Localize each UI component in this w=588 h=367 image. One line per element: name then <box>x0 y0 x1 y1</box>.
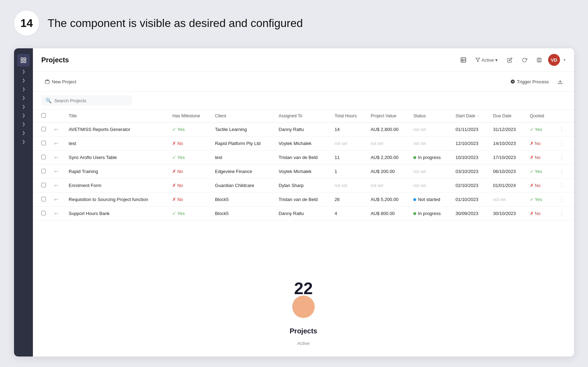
row-checkbox[interactable] <box>41 211 46 215</box>
col-due-date[interactable]: Due Date <box>489 110 526 123</box>
milestone-no: ✗ No <box>172 169 206 174</box>
row-startdate-cell: 01/11/2023 <box>451 123 489 137</box>
col-total-hours[interactable]: Total Hours <box>330 110 366 123</box>
sidebar-chevron-8[interactable]: ❯ <box>14 129 33 137</box>
row-value-cell: AU$ 2,200.00 <box>366 151 409 165</box>
export-btn[interactable] <box>554 76 566 87</box>
status-badge: In progress <box>413 211 441 216</box>
row-checkbox-cell[interactable] <box>33 207 50 221</box>
row-more-btn[interactable]: ⋮ <box>557 168 567 174</box>
row-checkbox-cell[interactable] <box>33 151 50 165</box>
table-row: ↩ test ✗ No Rapid Platform Pty Ltd Voyte… <box>33 137 574 151</box>
row-more-cell[interactable]: ⋮ <box>553 207 574 221</box>
row-checkbox-cell[interactable] <box>33 179 50 193</box>
sidebar-chevron-3[interactable]: ❯ <box>14 85 33 93</box>
row-title-cell[interactable]: Sync Aroflo Users Table <box>64 151 168 165</box>
sidebar-chevron-2[interactable]: ❯ <box>14 77 33 84</box>
row-title-cell[interactable]: test <box>64 137 168 151</box>
row-value-cell: AU$ 200.00 <box>366 165 409 179</box>
total-hours: 1 <box>335 169 337 174</box>
row-more-cell[interactable]: ⋮ <box>553 179 574 193</box>
row-status-cell: In progress <box>409 207 451 221</box>
col-quoted[interactable]: Quoted <box>526 110 553 123</box>
sidebar-chevron-6[interactable]: ❯ <box>14 112 33 119</box>
row-checkbox-cell[interactable] <box>33 123 50 137</box>
row-checkbox[interactable] <box>41 169 46 173</box>
row-title-cell[interactable]: Enrolment Form <box>64 179 168 193</box>
row-checkbox-cell[interactable] <box>33 137 50 151</box>
col-assigned-to[interactable]: Assigned To <box>274 110 330 123</box>
quoted-yes: ✓ Yes <box>530 197 548 202</box>
row-title-cell[interactable]: Support Hours Bank <box>64 207 168 221</box>
refresh-btn[interactable] <box>519 54 530 65</box>
user-avatar-btn[interactable]: VD <box>548 54 560 66</box>
sort-icon: ↑ <box>477 114 479 118</box>
row-value-cell: not set <box>366 179 409 193</box>
row-checkbox[interactable] <box>41 127 46 131</box>
sidebar-chevron-4[interactable]: ❯ <box>14 94 33 102</box>
sidebar-chevron-7[interactable]: ❯ <box>14 120 33 128</box>
row-assigned-cell: Danny Rattu <box>274 207 330 221</box>
col-checkbox[interactable] <box>33 110 50 123</box>
row-title-cell[interactable]: AVETMISS Reports Generator <box>64 123 168 137</box>
row-more-btn[interactable]: ⋮ <box>557 126 567 132</box>
total-hours: 14 <box>335 127 340 132</box>
row-checkbox[interactable] <box>41 197 46 201</box>
row-checkbox-cell[interactable] <box>33 165 50 179</box>
sidebar-chevron-5[interactable]: ❯ <box>14 103 33 110</box>
new-project-label: New Project <box>52 79 76 84</box>
row-more-cell[interactable]: ⋮ <box>553 193 574 207</box>
milestone-yes: ✓ Yes <box>172 155 206 160</box>
sidebar-home-icon[interactable] <box>17 54 30 67</box>
row-more-cell[interactable]: ⋮ <box>553 123 574 137</box>
row-more-btn[interactable]: ⋮ <box>557 154 567 160</box>
row-milestone-cell: ✓ Yes <box>168 151 211 165</box>
row-more-btn[interactable]: ⋮ <box>557 182 567 188</box>
row-checkbox[interactable] <box>41 183 46 187</box>
row-startdate-cell: 01/10/2023 <box>451 193 489 207</box>
col-status[interactable]: Status <box>409 110 451 123</box>
decorative-circle <box>292 296 315 318</box>
svg-rect-2 <box>21 61 23 63</box>
row-more-cell[interactable]: ⋮ <box>553 151 574 165</box>
columns-btn[interactable] <box>533 54 545 65</box>
col-actions <box>553 110 574 123</box>
new-project-button[interactable]: New Project <box>41 77 80 86</box>
row-title-cell[interactable]: Rapid Training <box>64 165 168 179</box>
edit-btn[interactable] <box>504 54 515 65</box>
row-startdate-cell: 12/10/2023 <box>451 137 489 151</box>
step-header: 14 The component is visible as desired a… <box>14 11 574 36</box>
filter-button[interactable]: Active ▾ <box>472 56 500 64</box>
col-has-milestone[interactable]: Has Milestone <box>168 110 211 123</box>
table-view-btn[interactable] <box>458 54 469 65</box>
sidebar-chevron-1[interactable]: ❯ <box>14 68 33 75</box>
toolbar: New Project Trigger Process <box>33 72 574 92</box>
row-more-btn[interactable]: ⋮ <box>557 140 567 146</box>
value-not-set: not set <box>371 141 383 146</box>
trigger-process-button[interactable]: Trigger Process <box>507 77 552 86</box>
row-assigned-cell: Dylan Sharp <box>274 179 330 193</box>
row-checkbox[interactable] <box>41 155 46 159</box>
row-more-cell[interactable]: ⋮ <box>553 137 574 151</box>
total-hours: 26 <box>335 197 340 202</box>
row-icon-cell: ↩ <box>50 165 64 179</box>
row-icon-cell: ↩ <box>50 137 64 151</box>
search-bar: 🔍 <box>33 92 574 110</box>
col-project-value[interactable]: Project Value <box>366 110 409 123</box>
row-checkbox[interactable] <box>41 141 46 145</box>
row-title-cell[interactable]: Requisition to Sourcing Project function <box>64 193 168 207</box>
row-assigned-cell: Danny Rattu <box>274 123 330 137</box>
sidebar-chevron-9[interactable]: ❯ <box>14 138 33 145</box>
col-start-date[interactable]: Start Date ↑ <box>451 110 489 123</box>
row-duedate-cell: 31/12/2023 <box>489 123 526 137</box>
select-all-checkbox[interactable] <box>41 113 46 118</box>
col-client[interactable]: Client <box>211 110 274 123</box>
row-more-btn[interactable]: ⋮ <box>557 210 567 216</box>
search-input[interactable] <box>54 98 128 103</box>
col-title[interactable]: Title <box>64 110 168 123</box>
row-more-cell[interactable]: ⋮ <box>553 165 574 179</box>
row-more-btn[interactable]: ⋮ <box>557 196 567 202</box>
row-type-icon: ↩ <box>54 141 58 146</box>
row-checkbox-cell[interactable] <box>33 193 50 207</box>
row-milestone-cell: ✗ No <box>168 193 211 207</box>
